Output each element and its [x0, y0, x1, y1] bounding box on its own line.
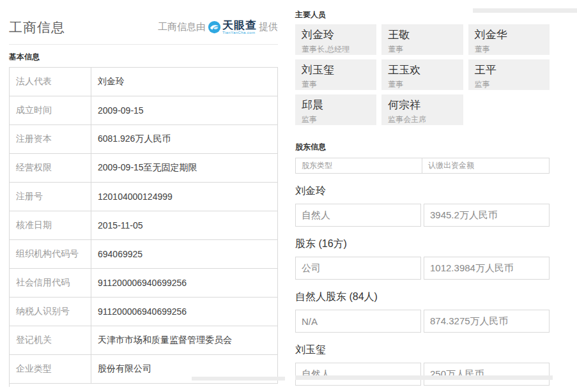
basic-info-row-value: 刘金玲	[91, 68, 278, 96]
shareholder-name: 股东 (16方)	[295, 237, 550, 251]
basic-info-row-label: 组织机构代码号	[10, 240, 91, 269]
person-card[interactable]: 刘金玲 董事长,总经理	[295, 24, 376, 55]
shareholder-name: 自然人股东 (84人)	[295, 290, 550, 304]
person-name: 邱晨	[302, 98, 370, 112]
basic-info-row-label: 经营权限	[10, 154, 91, 183]
table-row: 注册资本 6081.926万人民币	[10, 125, 278, 154]
person-role: 董事	[388, 44, 456, 55]
provider-suffix-text: 提供	[259, 21, 278, 33]
shareholder-name: 刘玉玺	[295, 343, 550, 357]
provider-attribution-link[interactable]: 工商信息由 天眼查 TianYanCha.com 提供	[158, 20, 278, 34]
person-name: 王敬	[388, 27, 456, 42]
basic-info-row-value: 911200006940699256	[91, 298, 278, 326]
basic-info-row-value: 天津市市场和质量监督管理委员会	[91, 326, 278, 355]
person-name: 何宗祥	[388, 98, 456, 112]
shareholder-type-cell: 自然人	[295, 363, 421, 386]
shareholder-list: 刘金玲 自然人 3945.2万人民币 股东 (16方) 公司 1012.3984…	[295, 185, 550, 386]
person-card[interactable]: 刘金华 董事	[468, 24, 550, 55]
provider-prefix-text: 工商信息由	[158, 21, 206, 33]
tianyancha-wordmark: 天眼查 TianYanCha.com	[222, 20, 257, 34]
person-card[interactable]: 王平 监事	[468, 59, 550, 90]
person-card[interactable]: 邱晨 监事	[295, 94, 376, 125]
shareholder-group: 刘金玲 自然人 3945.2万人民币	[295, 185, 550, 227]
person-name: 刘玉玺	[302, 63, 370, 77]
table-row: 登记机关 天津市市场和质量监督管理委员会	[10, 326, 278, 355]
tianyancha-logo: 天眼查 TianYanCha.com	[208, 20, 257, 34]
shareholder-row: 自然人 250万人民币	[295, 363, 550, 386]
person-card[interactable]: 王玉欢 董事	[381, 59, 463, 90]
basic-info-row-label: 纳税人识别号	[10, 298, 91, 326]
shareholder-section-title: 股东信息	[295, 142, 550, 153]
basic-info-row-label: 企业类型	[10, 355, 91, 384]
basic-info-section-title: 基本信息	[9, 52, 278, 63]
basic-info-row-value: 2009-09-15	[91, 96, 278, 125]
shareholder-name: 刘金玲	[295, 185, 550, 198]
scroll-clip-artifact-bottom-left	[192, 377, 285, 381]
tianyancha-name-text: 天眼查	[222, 20, 257, 31]
basic-info-row-value: 911200006940699256	[91, 269, 278, 298]
person-name: 刘金华	[475, 27, 543, 42]
basic-info-row-value: 120104000124999	[91, 183, 278, 211]
basic-info-row-value: 2015-11-05	[91, 211, 278, 240]
key-personnel-grid: 刘金玲 董事长,总经理 王敬 董事 刘金华 董事 刘玉玺 董事 王玉欢 董事 王…	[295, 24, 550, 125]
shareholder-amount-column-header: 认缴出资金额	[422, 158, 549, 173]
person-role: 监事	[302, 114, 370, 125]
person-role: 监事	[475, 79, 543, 90]
basic-info-row-value: 694069925	[91, 240, 278, 269]
person-name: 刘金玲	[302, 27, 370, 42]
table-row: 组织机构代码号 694069925	[10, 240, 278, 269]
tianyancha-domain-text: TianYanCha.com	[222, 31, 257, 34]
shareholder-type-cell: N/A	[295, 310, 421, 333]
business-info-header: 工商信息 工商信息由 天眼查 TianYanCha.com 提供	[9, 0, 278, 45]
table-row: 社会信用代码 911200006940699256	[10, 269, 278, 298]
basic-info-row-label: 注册资本	[10, 125, 91, 154]
shareholder-amount-cell: 874.3275万人民币	[424, 310, 550, 333]
basic-info-row-label: 登记机关	[10, 326, 91, 355]
table-row: 注册号 120104000124999	[10, 183, 278, 211]
person-role: 董事	[302, 79, 370, 90]
basic-info-row-value: 2009-09-15至无固定期限	[91, 154, 278, 183]
basic-info-row-label: 社会信用代码	[10, 269, 91, 298]
shareholder-type-cell: 自然人	[295, 204, 421, 227]
scroll-clip-artifact-bottom-right	[295, 375, 553, 380]
personnel-shareholder-panel: 主要人员 刘金玲 董事长,总经理 王敬 董事 刘金华 董事 刘玉玺 董事 王玉欢…	[295, 0, 550, 386]
shareholder-amount-cell: 250万人民币	[424, 363, 550, 386]
person-card[interactable]: 何宗祥 监事会主席	[381, 94, 463, 125]
table-row: 纳税人识别号 911200006940699256	[10, 298, 278, 326]
table-row: 经营权限 2009-09-15至无固定期限	[10, 154, 278, 183]
basic-info-row-label: 核准日期	[10, 211, 91, 240]
shareholder-row: 公司 1012.3984万人民币	[295, 257, 550, 280]
table-row: 法人代表 刘金玲	[10, 68, 278, 96]
shareholder-amount-cell: 3945.2万人民币	[424, 204, 550, 227]
basic-info-row-value: 6081.926万人民币	[91, 125, 278, 154]
basic-info-table-cutoff-row	[9, 384, 12, 387]
basic-info-row-label: 法人代表	[10, 68, 91, 96]
person-role: 董事	[475, 44, 543, 55]
person-card[interactable]: 刘玉玺 董事	[295, 59, 376, 90]
business-info-panel: 工商信息 工商信息由 天眼查 TianYanCha.com 提供 基本信息 法人…	[9, 0, 278, 387]
shareholder-row: 自然人 3945.2万人民币	[295, 204, 550, 227]
person-card[interactable]: 王敬 董事	[381, 24, 463, 55]
page-title: 工商信息	[9, 19, 65, 36]
basic-info-row-label: 成立时间	[10, 96, 91, 125]
person-name: 王玉欢	[388, 63, 456, 77]
basic-info-table: 法人代表 刘金玲 成立时间 2009-09-15 注册资本 6081.926万人…	[9, 67, 278, 384]
person-role: 董事长,总经理	[302, 44, 370, 55]
table-row: 核准日期 2015-11-05	[10, 211, 278, 240]
shareholder-type-column-header: 股东类型	[296, 158, 422, 173]
person-name: 王平	[475, 63, 543, 77]
basic-info-row-label: 注册号	[10, 183, 91, 211]
person-role: 董事	[388, 79, 456, 90]
scroll-clip-artifact-top	[473, 8, 577, 13]
shareholder-amount-cell: 1012.3984万人民币	[424, 257, 550, 280]
tianyancha-eye-icon	[208, 20, 221, 34]
shareholder-type-cell: 公司	[295, 257, 421, 280]
person-role: 监事会主席	[388, 114, 456, 125]
shareholder-group: 股东 (16方) 公司 1012.3984万人民币	[295, 237, 550, 280]
shareholder-group: 自然人股东 (84人) N/A 874.3275万人民币	[295, 290, 550, 333]
shareholder-table-header: 股东类型 认缴出资金额	[295, 158, 550, 174]
shareholder-row: N/A 874.3275万人民币	[295, 310, 550, 333]
table-row: 成立时间 2009-09-15	[10, 96, 278, 125]
